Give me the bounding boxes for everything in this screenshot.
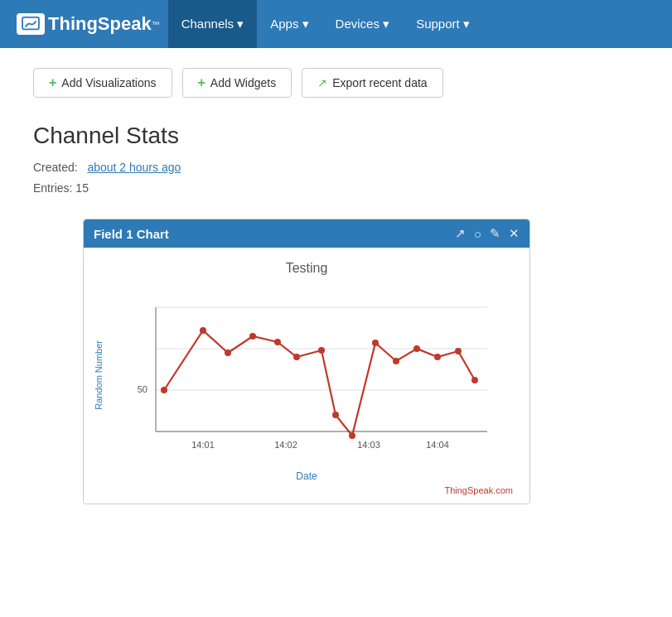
svg-text:14:03: 14:03 [357, 440, 380, 450]
close-icon[interactable]: ✕ [509, 226, 520, 241]
comment-icon[interactable]: ○ [474, 227, 481, 241]
nav-channels[interactable]: Channels ▾ [168, 0, 258, 48]
chart-inner-title: Testing [94, 261, 520, 276]
channel-stats-title: Channel Stats [33, 123, 639, 149]
entries-label: Entries: 15 [33, 181, 89, 195]
svg-point-25 [455, 348, 462, 354]
nav-support[interactable]: Support ▾ [403, 0, 483, 48]
nav-menu: Channels ▾ Apps ▾ Devices ▾ Support ▾ [168, 0, 483, 48]
svg-point-12 [161, 387, 167, 393]
chart-body: Testing Random Number 50 14:01 14:02 [84, 248, 529, 504]
nav-devices[interactable]: Devices ▾ [322, 0, 404, 48]
svg-point-21 [372, 340, 379, 346]
svg-point-14 [225, 349, 231, 356]
navbar: ThingSpeak™ Channels ▾ Apps ▾ Devices ▾ … [0, 0, 672, 48]
add-widgets-button[interactable]: + Add Widgets [182, 68, 292, 98]
logo-box [17, 13, 45, 35]
chart-header: Field 1 Chart ↗ ○ ✎ ✕ [84, 219, 529, 248]
y-axis-label: Random Number [94, 340, 104, 410]
svg-point-19 [332, 412, 339, 418]
brand-logo[interactable]: ThingSpeak™ [17, 13, 160, 35]
svg-point-18 [318, 347, 325, 354]
created-label: Created: [33, 161, 78, 174]
svg-text:50: 50 [138, 384, 147, 394]
plus-icon: + [49, 75, 56, 90]
add-visualizations-button[interactable]: + Add Visualizations [33, 68, 172, 98]
chart-controls: ↗ ○ ✎ ✕ [455, 226, 520, 241]
chart-widget: Field 1 Chart ↗ ○ ✎ ✕ Testing Random Num… [83, 219, 530, 504]
chart-widget-title: Field 1 Chart [94, 227, 169, 241]
plus-icon-2: + [198, 75, 205, 90]
svg-text:14:01: 14:01 [191, 440, 215, 450]
svg-text:14:02: 14:02 [274, 440, 297, 450]
nav-apps[interactable]: Apps ▾ [257, 0, 321, 48]
open-external-icon[interactable]: ↗ [455, 226, 466, 241]
svg-point-20 [349, 432, 355, 439]
brand-tm: ™ [152, 20, 160, 29]
svg-text:14:04: 14:04 [426, 440, 449, 450]
thingspeak-watermark: ThingSpeak.com [94, 485, 520, 495]
svg-point-26 [471, 377, 478, 383]
svg-point-22 [393, 358, 399, 364]
edit-icon[interactable]: ✎ [490, 226, 500, 241]
export-icon: ↗ [317, 76, 327, 89]
svg-point-16 [274, 339, 281, 345]
svg-point-15 [249, 333, 256, 340]
svg-point-24 [434, 354, 441, 360]
chart-area: 50 14:01 14:02 14:03 14:04 [107, 282, 520, 467]
action-buttons-row: + Add Visualizations + Add Widgets ↗ Exp… [33, 68, 639, 98]
main-content: + Add Visualizations + Add Widgets ↗ Exp… [0, 48, 672, 524]
export-data-button[interactable]: ↗ Export recent data [302, 68, 442, 98]
created-time-link[interactable]: about 2 hours ago [87, 161, 181, 174]
svg-point-23 [413, 345, 420, 352]
x-axis-label: Date [94, 470, 520, 482]
chart-svg-container: Random Number 50 14:01 14:02 14:03 [94, 282, 520, 467]
svg-point-17 [293, 354, 300, 360]
svg-point-13 [200, 327, 206, 334]
channel-stats-section: Channel Stats Created: about 2 hours ago… [33, 123, 639, 199]
chart-svg: 50 14:01 14:02 14:03 14:04 [107, 282, 520, 465]
channel-meta: Created: about 2 hours ago Entries: 15 [33, 157, 639, 199]
brand-name: ThingSpeak [48, 13, 152, 35]
